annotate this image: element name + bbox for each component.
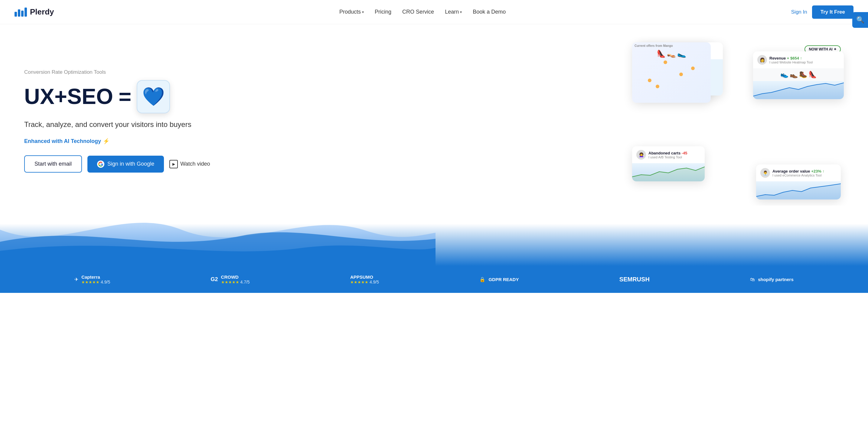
heatmap-dot xyxy=(679,72,683,76)
card-subtitle: I used A/B Testing Tool xyxy=(648,155,687,159)
hero-heading: UX+SEO = 💙 xyxy=(24,80,210,113)
logo-text: Plerdy xyxy=(30,7,54,16)
hero-ai-badge: Enhanced with AI Technology ⚡ xyxy=(24,138,210,144)
card-title: Average order value +23% ↑ xyxy=(772,169,825,173)
nav-pricing[interactable]: Pricing xyxy=(375,9,391,15)
trust-g2: G2 CROWD ★★★★★ 4.7/5 xyxy=(211,274,250,285)
nav-cro-service[interactable]: CRO Service xyxy=(402,9,434,15)
logo[interactable]: Plerdy xyxy=(14,7,54,16)
user-avatar: 👩 xyxy=(757,55,767,65)
analytics-card: 👨‍💼 Average order value +23% ↑ I used eC… xyxy=(756,164,841,199)
hero-content: Conversion Rate Optimization Tools UX+SE… xyxy=(24,69,210,173)
wave-divider xyxy=(0,205,868,266)
heatmap-dot xyxy=(648,78,651,82)
heatmap-dot xyxy=(663,61,667,64)
card-subtitle: I used Website Heatmap Tool xyxy=(769,61,813,64)
watch-video-button[interactable]: ▶ Watch video xyxy=(169,160,210,168)
search-icon: 🔍 xyxy=(856,16,864,24)
hero-subheading: Track, analyze, and convert your visitor… xyxy=(24,120,210,130)
trust-bar: ✈ Capterra ★★★★★ 4.9/5 G2 CROWD ★★★★★ 4.… xyxy=(0,266,868,293)
revenue-chart xyxy=(753,81,844,99)
nav-links: Products ▾ Pricing CRO Service Learn ▾ B… xyxy=(339,9,506,15)
signin-button[interactable]: Sign In xyxy=(791,9,807,15)
play-icon: ▶ xyxy=(169,160,178,168)
capterra-icon: ✈ xyxy=(74,276,78,282)
trust-capterra: ✈ Capterra ★★★★★ 4.9/5 xyxy=(74,274,110,285)
nav-actions: Sign In Try It Free xyxy=(791,5,854,19)
g2-icon: G2 xyxy=(211,276,218,283)
heatmap-card: Current offers from Mango 👠 👡 🥿 xyxy=(632,42,711,103)
hero-illustration: NOW WITH AI ✦ 👤 Rage clicks recorded 54 … xyxy=(632,42,844,199)
chevron-down-icon: ▾ xyxy=(460,10,462,14)
heart-key-icon: 💙 xyxy=(137,80,170,113)
hero-section: Conversion Rate Optimization Tools UX+SE… xyxy=(0,24,868,211)
signin-google-button[interactable]: Sign in with Google xyxy=(87,156,164,173)
hero-eyebrow: Conversion Rate Optimization Tools xyxy=(24,69,210,75)
card-subtitle: I used eCommerce Analytics Tool xyxy=(772,173,825,177)
abandoned-carts-card: 👩‍🦱 Abandoned carts -45 I used A/B Testi… xyxy=(632,146,705,181)
heatmap-dot xyxy=(656,85,659,88)
lightning-icon: ⚡ xyxy=(103,138,110,144)
user-avatar: 👨‍💼 xyxy=(760,168,770,178)
nav-products[interactable]: Products ▾ xyxy=(339,9,364,15)
shopify-icon: 🛍 xyxy=(750,277,755,282)
start-email-button[interactable]: Start with email xyxy=(24,155,82,173)
gdpr-icon: 🔒 xyxy=(479,276,486,282)
analytics-chart xyxy=(756,181,841,199)
hero-cta: Start with email Sign in with Google ▶ W… xyxy=(24,155,210,173)
heatmap-label: Current offers from Mango xyxy=(634,44,673,47)
abandoned-chart xyxy=(632,163,705,181)
search-fab-button[interactable]: 🔍 xyxy=(852,12,868,28)
logo-icon xyxy=(14,7,27,16)
trust-shopify: 🛍 shopify partners xyxy=(750,277,794,282)
trust-semrush: SEMRUSH xyxy=(619,276,650,283)
nav-learn[interactable]: Learn ▾ xyxy=(445,9,462,15)
chevron-down-icon: ▾ xyxy=(362,10,364,14)
card-title: Abandoned carts -45 xyxy=(648,151,687,155)
google-icon xyxy=(97,161,104,168)
card-title: Revenue + $654 ↑ xyxy=(769,56,813,61)
try-free-button[interactable]: Try It Free xyxy=(812,5,854,19)
trust-gdpr: 🔒 GDPR READY xyxy=(479,276,519,282)
user-avatar: 👩‍🦱 xyxy=(636,150,646,160)
nav-book-demo[interactable]: Book a Demo xyxy=(473,9,506,15)
revenue-card: 👩 Revenue + $654 ↑ I used Website Heatma… xyxy=(753,52,844,99)
heatmap-dot xyxy=(691,66,695,70)
trust-appsumo: APPSUMO ★★★★★ 4.9/5 xyxy=(350,274,379,285)
navbar: Plerdy Products ▾ Pricing CRO Service Le… xyxy=(0,0,868,24)
